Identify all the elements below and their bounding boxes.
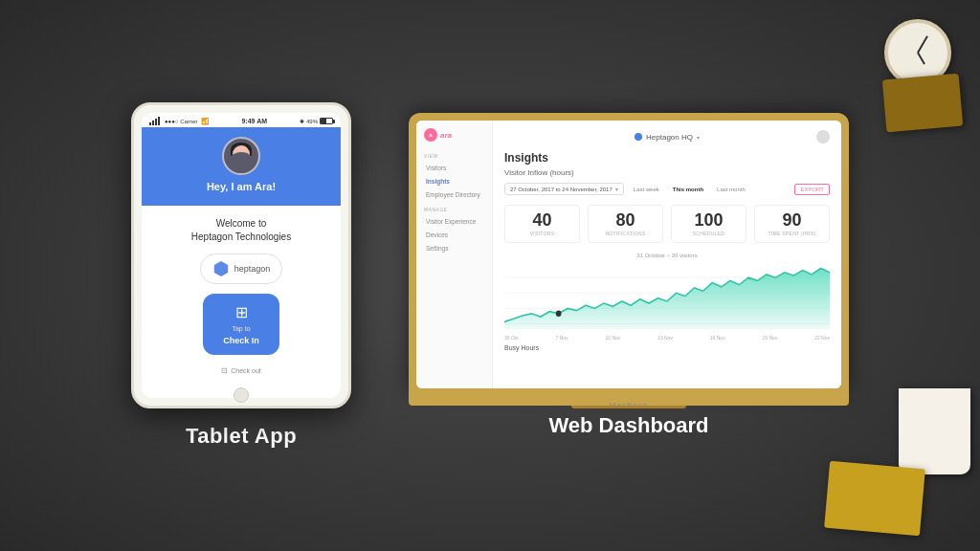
filter-last-week[interactable]: Last week	[630, 185, 663, 194]
carrier-text: ●●●○ Carrier	[165, 119, 198, 124]
manage-section-label: MANAGE	[424, 207, 486, 212]
user-avatar-icon[interactable]	[816, 130, 830, 143]
checkout-link[interactable]: ⊡ Check out	[221, 366, 261, 375]
checkin-icon: ⊞	[235, 303, 248, 321]
checkout-text: Check out	[231, 367, 261, 374]
stat-time-spent: 90 TIME SPENT (hrs)	[754, 205, 830, 243]
date-range-chevron: ▾	[615, 186, 618, 192]
main-container: ●●●○ Carrier 📶 9:49 AM ✱ 49%	[0, 0, 980, 551]
logo-text: ara	[440, 131, 452, 140]
sidebar-item-visitors[interactable]: Visitors	[422, 162, 486, 174]
scheduled-value: 100	[676, 211, 742, 229]
date-range-text: 27 October, 2017 to 24 November, 2017	[510, 187, 612, 192]
sidebar-item-visitor-experience[interactable]: Visitor Experience	[422, 215, 486, 228]
view-section-label: VIEW	[424, 153, 486, 159]
tablet-section: ●●●○ Carrier 📶 9:49 AM ✱ 49%	[131, 102, 351, 449]
date-range-picker[interactable]: 27 October, 2017 to 24 November, 2017 ▾	[504, 183, 624, 195]
visitor-chart	[504, 262, 830, 329]
macbook-label: MacBook	[409, 392, 849, 413]
welcome-text: Welcome to Heptagon Technologies	[191, 217, 291, 244]
location-text: Heptagon HQ	[646, 133, 693, 142]
laptop-base: MacBook	[409, 392, 849, 406]
date-filter-bar: 27 October, 2017 to 24 November, 2017 ▾ …	[504, 183, 830, 195]
laptop-section: a ara VIEW Visitors Insights Employee Di…	[409, 113, 849, 438]
tablet-header: Hey, I am Ara!	[142, 127, 341, 206]
page-title: Insights	[504, 151, 830, 165]
section-title: Visitor Inflow (hours)	[504, 168, 830, 177]
laptop-section-label: Web Dashboard	[548, 413, 708, 438]
hexagon-icon	[212, 260, 230, 277]
heptagon-name: heptagon	[234, 264, 271, 274]
sidebar-item-settings[interactable]: Settings	[422, 242, 486, 254]
laptop-device: a ara VIEW Visitors Insights Employee Di…	[409, 113, 849, 406]
wifi-icon: 📶	[201, 118, 210, 125]
laptop-screen-container: a ara VIEW Visitors Insights Employee Di…	[409, 113, 849, 392]
status-bar: ●●●○ Carrier 📶 9:49 AM ✱ 49%	[142, 113, 341, 127]
timespent-label: TIME SPENT (hrs)	[759, 231, 825, 236]
stat-scheduled: 100 SCHEDULED	[671, 205, 746, 243]
home-button[interactable]	[234, 387, 249, 403]
location-indicator: Heptagon HQ ▾	[635, 133, 700, 142]
visitors-label: VISITORS	[509, 231, 575, 236]
location-dot-icon	[635, 133, 642, 141]
tablet-device: ●●●○ Carrier 📶 9:49 AM ✱ 49%	[131, 102, 351, 408]
dashboard-sidebar: a ara VIEW Visitors Insights Employee Di…	[416, 121, 493, 388]
laptop-screen: a ara VIEW Visitors Insights Employee Di…	[416, 121, 841, 388]
chart-area: 31 October – 20 visitors	[504, 253, 830, 339]
busy-hours-label: Busy Hours	[504, 344, 830, 351]
timespent-value: 90	[759, 211, 825, 229]
avatar	[222, 137, 260, 175]
stats-row: 40 VISITORS 80 NOTIFICATIONS 100 SCHEDUL…	[504, 205, 830, 243]
filter-last-month[interactable]: Last month	[713, 185, 749, 194]
notifications-value: 80	[592, 211, 658, 229]
tap-text: Tap to	[232, 325, 250, 332]
greeting-text: Hey, I am Ara!	[207, 181, 276, 192]
scheduled-label: SCHEDULED	[676, 231, 742, 236]
sidebar-item-insights[interactable]: Insights	[422, 175, 486, 187]
checkin-button[interactable]: ⊞ Tap to Check In	[203, 294, 279, 355]
battery-text: 49%	[306, 119, 318, 124]
export-button[interactable]: EXPORT	[794, 184, 830, 195]
bluetooth-icon: ✱	[300, 118, 304, 124]
checkin-text: Check In	[223, 336, 259, 345]
dashboard-main: Heptagon HQ ▾ Insights Visitor Inflow (h…	[493, 121, 841, 388]
notifications-label: NOTIFICATIONS	[592, 231, 658, 236]
tablet-screen: ●●●○ Carrier 📶 9:49 AM ✱ 49%	[142, 113, 341, 398]
battery-icon	[320, 118, 333, 124]
tablet-body: Welcome to Heptagon Technologies heptago…	[142, 206, 341, 398]
sidebar-item-devices[interactable]: Devices	[422, 229, 486, 241]
chart-subtitle: 31 October – 20 visitors	[504, 253, 830, 258]
sidebar-item-employee-directory[interactable]: Employee Directory	[422, 188, 486, 201]
status-time: 9:49 AM	[241, 118, 267, 124]
stat-visitors: 40 VISITORS	[504, 205, 580, 243]
svg-point-5	[556, 311, 562, 317]
ara-logo: a ara	[422, 128, 486, 142]
svg-marker-0	[214, 261, 228, 276]
signal-icon	[149, 117, 160, 125]
visitors-value: 40	[509, 211, 575, 229]
chart-x-labels: 30 Oct 7 Nov 10 Nov 13 Nov 16 Nov 19 Nov…	[504, 335, 830, 341]
dashboard-topbar: Heptagon HQ ▾	[504, 130, 830, 143]
tablet-section-label: Tablet App	[186, 424, 297, 449]
filter-this-month[interactable]: This month	[669, 185, 707, 194]
heptagon-logo: heptagon	[200, 253, 283, 284]
checkout-icon: ⊡	[221, 366, 228, 375]
avatar-body	[228, 152, 255, 175]
stat-notifications: 80 NOTIFICATIONS	[588, 205, 663, 243]
macbook-text: MacBook	[610, 401, 648, 409]
logo-icon: a	[424, 128, 437, 142]
